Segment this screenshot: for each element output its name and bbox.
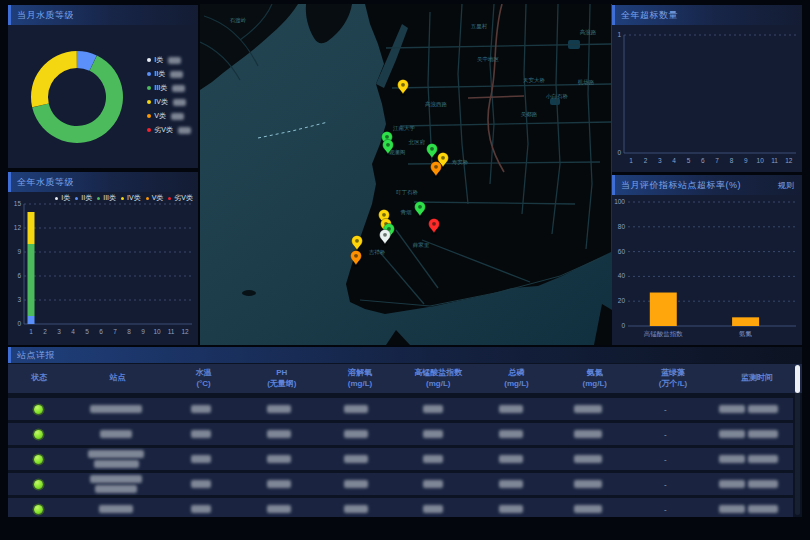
- status-indicator: [34, 480, 43, 489]
- svg-text:60: 60: [618, 248, 626, 255]
- panel-year-exceed: 全年超标数量 10123456789101112: [612, 5, 802, 172]
- redacted-value: [423, 405, 443, 413]
- map-label: 小白石桥: [545, 93, 569, 100]
- legend-item-I类[interactable]: I类: [147, 55, 191, 65]
- svg-text:5: 5: [85, 328, 89, 335]
- column-name: 蓝绿藻: [634, 368, 712, 379]
- map-label: 高浪西路: [425, 101, 448, 108]
- cell-status: [8, 505, 70, 514]
- column-name: 监测时间: [712, 373, 802, 384]
- svg-text:6: 6: [17, 272, 21, 279]
- legend-item-IV类[interactable]: IV类: [147, 97, 191, 107]
- column-unit: (mg/L): [556, 379, 634, 390]
- table-row[interactable]: -: [8, 498, 793, 517]
- redacted-value: [499, 430, 523, 438]
- cell-value: [472, 430, 549, 438]
- cell-value: [317, 505, 394, 513]
- svg-text:4: 4: [672, 157, 676, 164]
- redacted-value: [748, 430, 778, 438]
- redacted-value: [267, 455, 291, 463]
- legend-dot: [147, 128, 151, 132]
- column-name: 状态: [8, 373, 71, 384]
- map-label: 叮丁石桥: [396, 189, 419, 196]
- redacted-value: [719, 430, 745, 438]
- cell-value: [472, 480, 549, 488]
- legend-item-II类[interactable]: II类: [147, 69, 191, 79]
- stacked-bar-IV类-m1: [28, 212, 35, 244]
- cell-value: [395, 430, 472, 438]
- cell-value: [240, 405, 317, 413]
- column-header-col4: 溶解氧(mg/L): [321, 368, 399, 390]
- table-scrollbar[interactable]: [795, 364, 800, 515]
- redacted-value: [171, 113, 184, 120]
- map-label: 石渡岭: [230, 17, 247, 24]
- legend-item-III类[interactable]: III类: [147, 83, 191, 93]
- map-label: 青烟: [401, 209, 413, 216]
- rate-bar-氨氮: [732, 317, 759, 326]
- cell-status: [8, 430, 70, 439]
- cell-status: [8, 455, 70, 464]
- redacted-value: [344, 480, 368, 488]
- panel-title-station-table: 站点详报: [17, 349, 55, 362]
- redacted-value: [423, 455, 443, 463]
- table-row[interactable]: -: [8, 473, 793, 495]
- cell-value: [395, 505, 472, 513]
- cell-time: [704, 405, 793, 413]
- redacted-value: [173, 99, 186, 106]
- panel-header-year-grade: 全年水质等级: [8, 172, 198, 192]
- svg-text:高锰酸盐指数: 高锰酸盐指数: [644, 330, 684, 338]
- redacted-value: [191, 505, 211, 513]
- redacted-value: [748, 455, 778, 463]
- legend-label: I类: [154, 55, 163, 65]
- cell-value: [472, 505, 549, 513]
- table-row[interactable]: -: [8, 398, 793, 420]
- svg-text:3: 3: [57, 328, 61, 335]
- redacted-value: [168, 57, 181, 64]
- donut-slice-IV类: [31, 51, 77, 107]
- map-label: 吴中地区: [477, 56, 500, 62]
- svg-text:2: 2: [644, 157, 648, 164]
- column-header-site: 站点: [71, 373, 165, 384]
- svg-text:8: 8: [730, 157, 734, 164]
- table-scrollbar-thumb[interactable]: [795, 365, 800, 393]
- column-header-status: 状态: [8, 373, 71, 384]
- redacted-value: [499, 405, 523, 413]
- cell-value: [317, 455, 394, 463]
- svg-text:5: 5: [687, 157, 691, 164]
- redacted-value: [267, 505, 291, 513]
- cell-value: [395, 480, 472, 488]
- cell-value: [317, 480, 394, 488]
- svg-text:11: 11: [168, 328, 175, 335]
- table-row[interactable]: -: [8, 448, 793, 470]
- svg-text:1: 1: [617, 31, 621, 38]
- panel-year-grade: 全年水质等级 I类II类III类IV类V类劣V类 036912151234567…: [8, 172, 198, 345]
- redacted-value: [574, 430, 602, 438]
- legend-item-V类[interactable]: V类: [147, 111, 191, 121]
- cell-value: [549, 430, 626, 438]
- cell-value: [240, 505, 317, 513]
- cell-value: [549, 405, 626, 413]
- svg-text:4: 4: [71, 328, 75, 335]
- legend-dot: [147, 100, 151, 104]
- rule-link[interactable]: 规则: [778, 180, 794, 191]
- redacted-value: [344, 405, 368, 413]
- map-canvas[interactable]: 石渡岭五星村吴中地区高浪路机场路天安大桥小白石桥吴都路高浪西路江南大学北区府观澜…: [200, 4, 612, 345]
- redacted-value: [172, 85, 185, 92]
- redacted-value: [99, 505, 133, 513]
- column-name: 高锰酸盐指数: [399, 368, 477, 379]
- cell-time: [704, 480, 793, 488]
- legend-item-劣V类[interactable]: 劣V类: [147, 125, 191, 135]
- cell-value: [163, 480, 240, 488]
- svg-text:9: 9: [141, 328, 145, 335]
- redacted-value: [170, 71, 183, 78]
- column-name: 总磷: [477, 368, 555, 379]
- redacted-value: [267, 430, 291, 438]
- svg-text:12: 12: [181, 328, 189, 335]
- redacted-value: [499, 505, 523, 513]
- column-header-col8: 蓝绿藻(万个/L): [634, 368, 712, 390]
- panel-header-month-grade: 当月水质等级: [8, 5, 198, 25]
- redacted-value: [499, 480, 523, 488]
- column-header-col5: 高锰酸盐指数(mg/L): [399, 368, 477, 390]
- status-indicator: [34, 405, 43, 414]
- table-row[interactable]: -: [8, 423, 793, 445]
